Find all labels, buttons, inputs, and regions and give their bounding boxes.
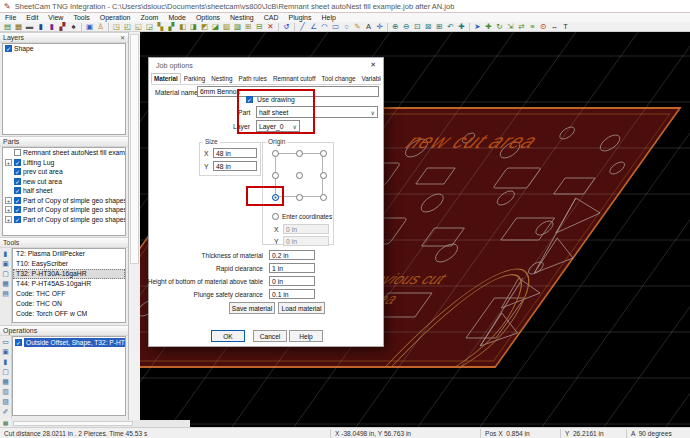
vertical-scrollbar-thumb[interactable] <box>130 34 139 264</box>
origin-x-input[interactable] <box>283 224 329 234</box>
op-cut-1-icon[interactable]: ▚ <box>155 22 166 31</box>
close-icon[interactable]: ✕ <box>120 34 125 41</box>
post-process-icon[interactable]: ▞ <box>57 22 68 31</box>
tools-panel-header[interactable]: Tools <box>0 237 128 248</box>
tools-strip-icon-5[interactable]: ▤ <box>1 289 10 298</box>
op-engrave-icon[interactable]: ◲ <box>144 22 155 31</box>
operations-strip-icon-6[interactable]: ▥ <box>1 387 10 396</box>
part-row[interactable]: ✓half sheet <box>3 186 125 196</box>
checkbox-icon[interactable]: ✓ <box>14 159 21 166</box>
rotate-part-icon[interactable]: ↻ <box>494 22 505 31</box>
operations-strip-icon-8[interactable]: ✐ <box>1 407 10 416</box>
cad-angle-icon[interactable]: ∠ <box>308 22 319 31</box>
tool-row[interactable]: Code: THC ON <box>13 299 125 309</box>
origin-radio-bottom-center[interactable] <box>296 194 303 201</box>
op-cut-8-icon[interactable]: ▨ <box>232 22 243 31</box>
operations-strip-icon-3[interactable]: ▮ <box>1 357 10 366</box>
menu-item-tools[interactable]: Tools <box>68 14 94 21</box>
cad-arc-icon[interactable]: ◠ <box>319 22 330 31</box>
layer-dropdown[interactable]: Layer_0 ∨ <box>256 120 300 132</box>
part-row[interactable]: +✓Lifting Lug <box>3 158 125 168</box>
origin-radio-middle-right[interactable] <box>320 172 327 179</box>
op-cut-10-icon[interactable]: ⊟ <box>254 22 265 31</box>
use-drawing-checkbox[interactable]: ✓ <box>246 96 253 103</box>
save-job-icon[interactable]: ▦ <box>13 22 24 31</box>
size-y-input[interactable] <box>213 161 257 171</box>
rapid-clearance-input[interactable] <box>269 263 315 273</box>
operations-strip-icon-5[interactable]: ▦ <box>1 377 10 386</box>
run-post-icon[interactable]: ♠ <box>68 22 79 31</box>
menu-item-cad[interactable]: CAD <box>259 14 284 21</box>
operator-mode-icon[interactable]: ♙ <box>95 22 106 31</box>
tool-row-selected[interactable]: T32: P-HT30A-16gaHR <box>13 269 125 279</box>
tab-tool-change[interactable]: Tool change <box>318 73 358 84</box>
origin-radio-top-right[interactable] <box>320 150 327 157</box>
op-drill-icon[interactable]: ◱ <box>133 22 144 31</box>
move-part-icon[interactable]: ✚ <box>483 22 494 31</box>
tool-row[interactable]: T10: EasyScriber <box>13 259 125 269</box>
layers-panel-header[interactable]: Layers ✕ <box>0 32 128 43</box>
tool-row[interactable]: Code: Torch OFF w CM <box>13 309 125 319</box>
import-drawing-icon[interactable]: ▬ <box>24 22 35 31</box>
select-icon[interactable]: ➤ <box>472 22 483 31</box>
origin-radio-bottom-left[interactable] <box>272 194 279 201</box>
parts-panel-header[interactable]: Parts <box>0 136 128 147</box>
align-parts-icon[interactable]: ≡ <box>527 22 538 31</box>
horizontal-scrollbar[interactable]: ▦ <box>0 420 190 427</box>
expander-icon[interactable]: + <box>5 206 12 213</box>
tools-strip-icon-4[interactable]: ▦ <box>1 279 10 288</box>
cad-line-icon[interactable]: ╱ <box>297 22 308 31</box>
operations-strip-icon-1[interactable]: ▭ <box>1 337 10 346</box>
operations-panel-header[interactable]: Operations <box>0 325 128 336</box>
operation-row[interactable]: ✓ Outside Offset, Shape, T32: P-HT30A-16… <box>13 337 125 347</box>
tool-row[interactable]: Code: THC OFF <box>13 289 125 299</box>
size-x-input[interactable] <box>213 148 257 158</box>
plunge-clearance-input[interactable] <box>269 289 315 299</box>
cad-circle-icon[interactable]: ○ <box>341 22 352 31</box>
origin-radio-top-center[interactable] <box>296 150 303 157</box>
op-cut-6-icon[interactable]: ◪ <box>210 22 221 31</box>
zoom-window-icon[interactable]: ⊡ <box>412 22 423 31</box>
checkbox-icon[interactable] <box>14 149 21 156</box>
part-row[interactable]: +✓Part of Copy of simple geo shapes(1) <box>3 205 125 215</box>
tab-remnant-cutoff[interactable]: Remnant cutoff <box>270 73 319 84</box>
checkbox-icon[interactable]: ✓ <box>15 339 22 346</box>
op-cut-7-icon[interactable]: ▧ <box>221 22 232 31</box>
zoom-extents-icon[interactable]: ⊠ <box>423 22 434 31</box>
mirror-part-icon[interactable]: ⇄ <box>516 22 527 31</box>
operations-strip-icon-7[interactable]: ▨ <box>1 397 10 406</box>
cancel-button[interactable]: Cancel <box>253 330 287 342</box>
add-text-icon[interactable]: T <box>560 22 571 31</box>
layer-row[interactable]: ✓ Shape <box>3 44 125 54</box>
op-cut-4-icon[interactable]: ◨ <box>188 22 199 31</box>
load-material-button[interactable]: Load material <box>278 302 325 314</box>
enter-coordinates-radio[interactable] <box>272 213 279 220</box>
thickness-input[interactable] <box>269 250 315 260</box>
part-row[interactable]: ✓new cut area <box>3 177 125 187</box>
grid-corner-icon[interactable]: ▦ <box>0 420 11 427</box>
zoom-previous-icon[interactable]: ↶ <box>445 22 456 31</box>
menu-item-plugins[interactable]: Plugins <box>284 14 317 21</box>
delete-operation-icon[interactable]: ✕ <box>265 22 276 31</box>
zoom-sheet-icon[interactable]: ⊞ <box>434 22 445 31</box>
checkbox-icon[interactable]: ✓ <box>5 45 12 52</box>
op-contour-icon[interactable]: ◳ <box>111 22 122 31</box>
origin-radio-top-left[interactable] <box>272 150 279 157</box>
part-dropdown[interactable]: half sheet ∨ <box>256 106 378 118</box>
menu-item-file[interactable]: File <box>0 14 21 21</box>
checkbox-icon[interactable]: ✓ <box>14 178 21 185</box>
expander-icon[interactable]: + <box>5 159 12 166</box>
height-above-table-input[interactable] <box>269 276 315 286</box>
expander-icon[interactable]: + <box>5 197 12 204</box>
horizontal-scrollbar-thumb[interactable] <box>13 421 133 426</box>
cad-text-icon[interactable]: A <box>363 22 374 31</box>
dialog-close-icon[interactable]: ✕ <box>370 61 376 69</box>
cad-edit-icon[interactable]: ✎ <box>352 22 363 31</box>
measure-icon[interactable]: ↔ <box>549 22 560 31</box>
cad-rect-icon[interactable]: ▭ <box>330 22 341 31</box>
tab-material[interactable]: Material <box>151 73 181 84</box>
menu-item-mode[interactable]: Mode <box>163 14 191 21</box>
tab-nesting[interactable]: Nesting <box>208 73 235 84</box>
part-row[interactable]: ✓prev cut area <box>3 167 125 177</box>
tab-parking[interactable]: Parking <box>181 73 208 84</box>
